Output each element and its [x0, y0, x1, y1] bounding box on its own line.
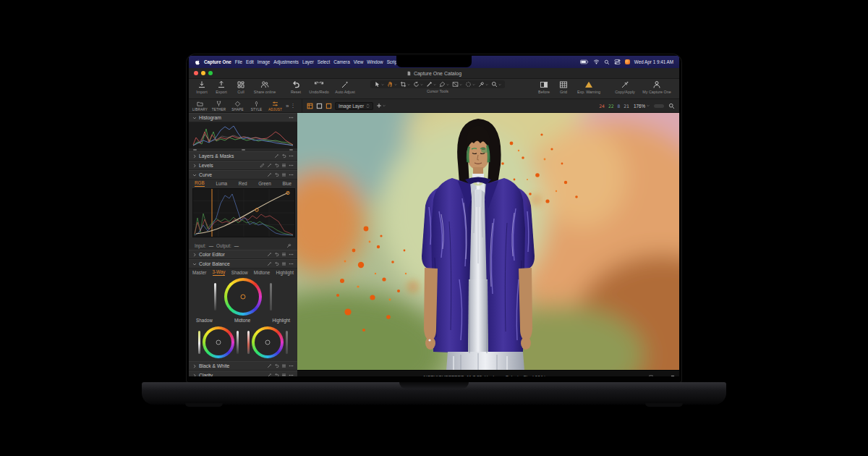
- panel-pencil-icon[interactable]: [260, 163, 265, 168]
- midtone-saturation-slider[interactable]: [214, 283, 216, 311]
- curve-tab-blue[interactable]: Blue: [282, 181, 292, 186]
- curve-graph[interactable]: [192, 188, 295, 237]
- panel-list-icon[interactable]: [281, 252, 286, 257]
- menu-item-adjustments[interactable]: Adjustments: [273, 59, 299, 64]
- panel-reset-icon[interactable]: [274, 172, 279, 177]
- add-layer-button[interactable]: [376, 103, 386, 109]
- panel-reset-icon[interactable]: [274, 252, 279, 257]
- panel-list-icon[interactable]: [281, 261, 286, 266]
- cursor-tool-crop[interactable]: [400, 81, 410, 88]
- panel-menu-dots-icon[interactable]: [289, 163, 294, 168]
- panel-reset-icon[interactable]: [274, 163, 279, 168]
- panel-menu-dots-icon[interactable]: [289, 373, 294, 376]
- cb-tab-midtone[interactable]: Midtone: [254, 270, 270, 275]
- menu-item-camera[interactable]: Camera: [333, 59, 349, 64]
- tab-shape[interactable]: SHAPE: [229, 101, 247, 111]
- wifi-icon[interactable]: [593, 59, 600, 65]
- panel-menu-dots-icon[interactable]: [289, 252, 294, 257]
- panel-list-icon[interactable]: [281, 363, 286, 368]
- zoom-level-dropdown[interactable]: 176%: [634, 104, 650, 109]
- curve-tab-luma[interactable]: Luma: [216, 181, 227, 186]
- panel-brush-icon[interactable]: [274, 153, 279, 159]
- curve-eyedropper-icon[interactable]: [286, 243, 292, 248]
- tab-library[interactable]: LIBRARY: [191, 101, 209, 111]
- menu-item-edit[interactable]: Edit: [246, 59, 254, 64]
- cb-tab-highlight[interactable]: Highlight: [276, 270, 294, 275]
- import-button[interactable]: Import: [193, 80, 210, 94]
- menu-item-select[interactable]: Select: [318, 59, 331, 64]
- panel-header-levels[interactable]: Levels: [189, 161, 297, 170]
- menu-item-view[interactable]: View: [354, 59, 364, 64]
- panel-header-black-white[interactable]: Black & White: [189, 361, 297, 371]
- shadow-color-wheel[interactable]: [203, 326, 234, 358]
- minimize-window-button[interactable]: [201, 71, 205, 75]
- cursor-tool-pan[interactable]: [387, 81, 397, 88]
- zoom-slider[interactable]: [654, 104, 664, 108]
- viewer-loupe-icon[interactable]: [668, 103, 675, 109]
- cursor-tool-heal[interactable]: [465, 81, 475, 88]
- panel-reset-icon[interactable]: [281, 153, 286, 159]
- proof-toggle-icon[interactable]: [671, 375, 675, 376]
- panel-reset-icon[interactable]: [274, 363, 279, 368]
- copy-apply-button[interactable]: Copy/Apply: [611, 80, 639, 94]
- panel-menu-dots-icon[interactable]: [289, 153, 294, 159]
- before-button[interactable]: Before: [535, 80, 553, 94]
- panel-menu-dots-icon[interactable]: [289, 363, 294, 368]
- cursor-tool-eyedropper[interactable]: [478, 81, 488, 88]
- export-button[interactable]: Export: [213, 80, 230, 94]
- curve-tab-red[interactable]: Red: [239, 181, 247, 186]
- tab-tether[interactable]: TETHER: [210, 101, 228, 111]
- undo-redo-button[interactable]: Undo/Redo: [307, 80, 331, 94]
- menu-bar-app-dot-icon[interactable]: [625, 59, 630, 64]
- menu-item-window[interactable]: Window: [367, 59, 383, 64]
- reset-button[interactable]: Reset: [287, 80, 305, 94]
- control-center-icon[interactable]: [614, 59, 621, 65]
- active-layer-chip-icon[interactable]: [326, 103, 332, 109]
- menu-bar-clock[interactable]: Wed Apr 1 9:41 AM: [634, 59, 673, 64]
- shadow-lightness-slider[interactable]: [237, 331, 239, 354]
- tabs-overflow-menu[interactable]: ⋮: [290, 103, 295, 109]
- panel-menu-dots-icon[interactable]: [289, 115, 294, 120]
- panel-list-icon[interactable]: [281, 373, 286, 376]
- tab-adjust[interactable]: ADJUST: [266, 101, 284, 111]
- panel-header-color-balance[interactable]: Color Balance: [189, 259, 297, 269]
- spotlight-search-icon[interactable]: [604, 59, 610, 65]
- battery-icon[interactable]: [580, 59, 589, 64]
- cb-tab-3way[interactable]: 3-Way: [213, 269, 226, 276]
- my-capture-one-button[interactable]: My Capture One: [641, 80, 673, 94]
- menu-item-image[interactable]: Image: [258, 59, 271, 64]
- panel-brush-icon[interactable]: [267, 252, 272, 257]
- panel-brush-icon[interactable]: [267, 172, 272, 177]
- panel-header-histogram[interactable]: Histogram: [189, 113, 297, 122]
- share-online-button[interactable]: Share online: [252, 80, 278, 94]
- menu-item-layer[interactable]: Layer: [302, 59, 314, 64]
- cull-button[interactable]: Cull: [232, 80, 250, 94]
- apple-menu-icon[interactable]: [195, 59, 200, 65]
- fill-mask-chip-icon[interactable]: [307, 103, 313, 109]
- panel-reset-icon[interactable]: [274, 261, 279, 266]
- panel-brush-icon[interactable]: [267, 363, 272, 368]
- cursor-tool-loupe[interactable]: [491, 81, 501, 88]
- highlight-lightness-slider[interactable]: [286, 331, 288, 354]
- grid-button[interactable]: Grid: [555, 80, 572, 94]
- panel-brush-icon[interactable]: [267, 373, 272, 376]
- cursor-tool-rotate[interactable]: [413, 81, 423, 88]
- panel-header-layers-masks[interactable]: Layers & Masks: [189, 151, 297, 161]
- highlight-saturation-slider[interactable]: [247, 331, 250, 354]
- midtone-color-wheel[interactable]: [224, 278, 262, 316]
- empty-layer-chip-icon[interactable]: [316, 103, 323, 109]
- panel-header-clarity[interactable]: Clarity: [189, 371, 297, 376]
- cursor-tool-pointer[interactable]: [374, 81, 384, 88]
- midtone-lightness-slider[interactable]: [270, 283, 272, 311]
- cursor-tool-pen[interactable]: [439, 81, 449, 88]
- cb-tab-master[interactable]: Master: [192, 270, 206, 275]
- zoom-window-button[interactable]: [208, 71, 213, 75]
- thumbnail-toggle-icon[interactable]: [649, 375, 653, 376]
- menu-item-app[interactable]: Capture One: [204, 59, 231, 64]
- panel-brush-icon[interactable]: [267, 261, 272, 266]
- cursor-tool-gradient[interactable]: [452, 81, 462, 88]
- cursor-tool-draw-mask[interactable]: [426, 81, 436, 88]
- panel-header-color-editor[interactable]: Color Editor: [189, 250, 297, 259]
- close-window-button[interactable]: [194, 71, 198, 75]
- panel-header-curve[interactable]: Curve: [189, 170, 297, 180]
